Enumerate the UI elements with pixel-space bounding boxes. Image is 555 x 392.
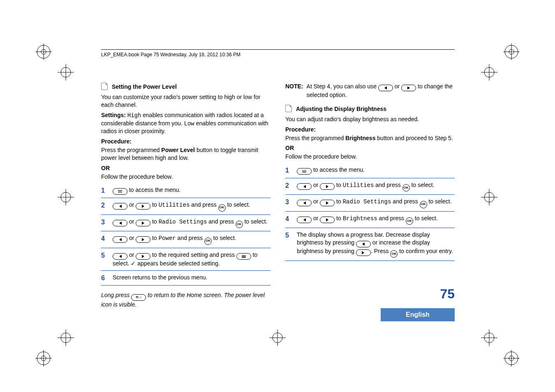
procedure-label: Procedure: (285, 126, 455, 134)
step-3: 3 or to Radio Settings and press OK to s… (101, 215, 271, 231)
note-block: NOTE: At Step 4, you can also use or to … (285, 83, 455, 99)
ok-button-icon: OK (204, 238, 212, 245)
left-button-icon (113, 203, 127, 210)
step-3: 3 or to Radio Settings and press OK to s… (285, 195, 455, 211)
reg-mark-icon (35, 350, 52, 367)
step-5: 5 The display shows a progress bar. Decr… (285, 228, 455, 261)
section-title-brightness: Adjusting the Display Brightness (296, 106, 386, 112)
right-button-icon (136, 203, 150, 210)
page-number: 75 (440, 286, 455, 302)
brightness-intro: You can adjust radio's display brightnes… (285, 115, 455, 123)
menu-button-icon (113, 188, 127, 195)
ok-button-icon: OK (236, 221, 243, 228)
left-column: Setting the Power Level You can customiz… (101, 80, 271, 314)
step-2: 2 or to Utilities and press OK to select… (285, 178, 455, 195)
power-steps: 1 to access the menu. 2 or to Utilities … (101, 183, 271, 286)
left-button-icon (113, 236, 127, 243)
section-title-power: Setting the Power Level (112, 83, 177, 90)
power-press: Press the programmed Power Level button … (101, 146, 271, 162)
left-button-icon (297, 200, 312, 206)
power-footer: Long press ⟲ ⌂ to return to the Home scr… (101, 291, 271, 309)
reg-mark-icon (58, 330, 74, 346)
right-button-icon (320, 183, 335, 190)
follow-text: Follow the procedure below. (101, 173, 271, 181)
reg-mark-icon (58, 189, 74, 205)
page-icon (101, 83, 108, 90)
home-button-icon: ⟲ ⌂ (131, 294, 146, 301)
right-button-icon (320, 200, 335, 206)
left-button-icon (297, 183, 312, 190)
ok-button-icon: OK (390, 250, 398, 258)
step-5: 5 or to the required setting and press t… (101, 248, 271, 271)
reg-mark-icon (481, 64, 497, 81)
reg-mark-icon (481, 189, 497, 205)
brightness-steps: 1 to access the menu. 2 or to Utilities … (285, 163, 455, 261)
right-button-icon (136, 236, 150, 243)
ok-button-icon: OK (406, 217, 413, 225)
menu-button-icon (297, 168, 312, 175)
power-intro: You can customize your radio's power set… (101, 93, 271, 109)
reg-mark-icon (35, 44, 52, 60)
step-4: 4 or to Brightness and press OK to selec… (285, 212, 455, 228)
or-label: OR (101, 164, 271, 172)
content-area: Setting the Power Level You can customiz… (101, 80, 455, 314)
right-column: NOTE: At Step 4, you can also use or to … (285, 80, 455, 314)
reg-mark-icon (269, 330, 286, 346)
reg-mark-icon (58, 64, 74, 81)
step-4: 4 or to Power and press OK to select. (101, 231, 271, 248)
reg-mark-icon (503, 350, 520, 367)
right-button-icon (356, 249, 371, 256)
or-label: OR (285, 144, 455, 152)
ok-button-icon: OK (420, 201, 427, 208)
header-text: LKP_EMEA.book Page 75 Wednesday, July 18… (101, 52, 240, 58)
left-button-icon (297, 217, 312, 223)
reg-mark-icon (503, 44, 520, 60)
step-6: 6 Screen returns to the previous menu. (101, 271, 271, 286)
ok-button-icon: OK (218, 204, 226, 212)
page-icon (285, 105, 292, 112)
follow-text: Follow the procedure below. (285, 153, 455, 161)
right-button-icon (320, 217, 335, 223)
left-button-icon (378, 85, 393, 91)
step-1: 1 to access the menu. (101, 183, 271, 198)
right-button-icon (401, 85, 416, 91)
left-button-icon (356, 241, 371, 247)
right-button-icon (136, 253, 150, 260)
menu-button-icon (236, 253, 251, 260)
brightness-press: Press the programmed Brightness button a… (285, 134, 455, 142)
right-button-icon (136, 220, 150, 226)
power-settings: Settings: High enables communication wit… (101, 111, 271, 136)
header-rule (101, 49, 455, 50)
ok-button-icon: OK (402, 184, 410, 191)
step-1: 1 to access the menu. (285, 163, 455, 178)
reg-mark-icon (481, 330, 497, 346)
procedure-label: Procedure: (101, 138, 271, 145)
step-2: 2 or to Utilities and press OK to select… (101, 198, 271, 214)
left-button-icon (113, 220, 127, 226)
language-tab: English (381, 308, 455, 321)
left-button-icon (113, 253, 127, 260)
